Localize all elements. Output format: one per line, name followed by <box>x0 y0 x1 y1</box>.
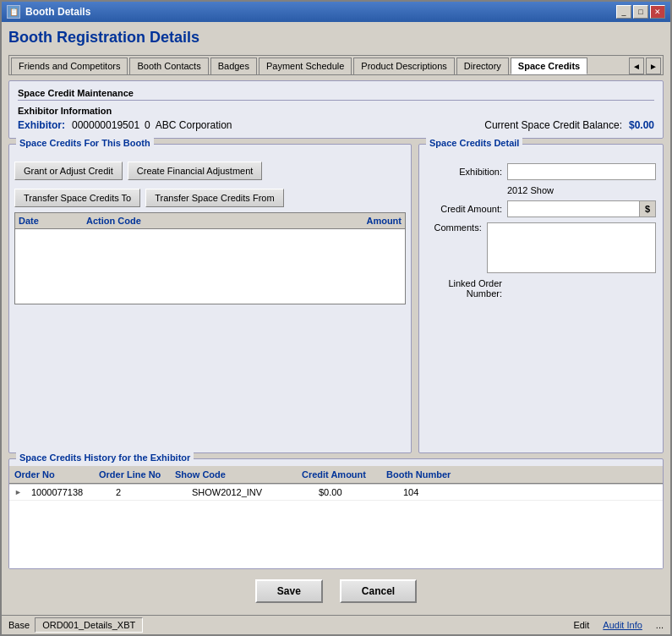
save-button[interactable]: Save <box>255 579 323 603</box>
maximize-button[interactable]: □ <box>633 5 648 19</box>
status-edit-label: Edit <box>573 620 589 630</box>
tab-prev-button[interactable]: ◄ <box>629 58 644 74</box>
space-credit-maintenance-section: Space Credit Maintenance Exhibitor Infor… <box>8 80 664 139</box>
audit-info-suffix: ... <box>656 620 664 630</box>
exhibitor-label: Exhibitor: <box>18 119 65 131</box>
main-panels: Space Credits For This Booth Grant or Ad… <box>8 144 664 453</box>
space-credits-detail-panel: Space Credits Detail Exhibition: 2012 Sh… <box>418 144 664 453</box>
space-credits-booth-panel: Space Credits For This Booth Grant or Ad… <box>8 144 412 453</box>
title-bar: 📋 Booth Details _ □ ✕ <box>2 2 670 22</box>
exhibitor-information-title: Exhibitor Information <box>18 106 654 116</box>
dollar-icon[interactable]: $ <box>639 200 656 217</box>
title-bar-left: 📋 Booth Details <box>7 5 90 19</box>
audit-info-link[interactable]: Audit Info <box>603 620 642 630</box>
history-section: Space Credits History for the Exhibitor … <box>8 458 664 569</box>
balance-label: Current Space Credit Balance: <box>484 119 622 131</box>
cancel-button[interactable]: Cancel <box>340 579 417 603</box>
bottom-bar: Save Cancel <box>8 574 664 608</box>
comments-input[interactable] <box>487 222 656 273</box>
history-section-label: Space Credits History for the Exhibitor <box>16 452 194 463</box>
tab-next-button[interactable]: ► <box>646 58 661 74</box>
window-icon: 📋 <box>7 5 20 19</box>
history-col-credit-amount: Credit Amount <box>302 469 386 480</box>
credit-amount-label: Credit Amount: <box>426 204 502 214</box>
col-date: Date <box>19 216 86 226</box>
credit-balance: Current Space Credit Balance: $0.00 <box>484 119 654 131</box>
space-credit-maintenance-title: Space Credit Maintenance <box>18 88 654 101</box>
content-area: Booth Registration Details Friends and C… <box>2 22 670 615</box>
comments-row: Comments: <box>426 222 656 273</box>
history-show-code: SHOW2012_INV <box>192 487 319 497</box>
exhibition-row: Exhibition: <box>426 163 656 180</box>
linked-order-row: Linked Order Number: <box>426 278 656 299</box>
exhibitor-number: 0 <box>145 119 150 131</box>
balance-value: $0.00 <box>629 119 654 131</box>
tab-friends-competitors[interactable]: Friends and Competitors <box>11 58 128 74</box>
tab-space-credits[interactable]: Space Credits <box>511 58 587 74</box>
linked-order-label: Linked Order Number: <box>426 278 502 299</box>
tab-booth-contacts[interactable]: Booth Contacts <box>129 58 208 74</box>
minimize-button[interactable]: _ <box>616 5 631 19</box>
window-title: Booth Details <box>25 6 90 18</box>
tabs-container: Friends and Competitors Booth Contacts B… <box>8 55 664 75</box>
space-credits-booth-label: Space Credits For This Booth <box>16 138 154 148</box>
credits-table-header: Date Action Code Amount <box>14 212 406 228</box>
exhibitor-name: ABC Corporation <box>156 119 232 131</box>
status-right: Edit Audit Info ... <box>573 620 664 630</box>
tab-payment-schedule[interactable]: Payment Schedule <box>259 58 352 74</box>
title-bar-controls: _ □ ✕ <box>616 5 665 19</box>
page-title: Booth Registration Details <box>8 29 664 47</box>
main-window: 📋 Booth Details _ □ ✕ Booth Registration… <box>0 0 672 636</box>
exhibitor-row: Exhibitor: 000000019501 0 ABC Corporatio… <box>18 119 654 131</box>
history-table-body: ► 1000077138 2 SHOW2012_INV $0.00 104 <box>9 484 663 568</box>
exhibition-input[interactable] <box>507 163 656 180</box>
tabs-list: Friends and Competitors Booth Contacts B… <box>11 58 627 74</box>
close-button[interactable]: ✕ <box>650 5 665 19</box>
grant-adjust-button[interactable]: Grant or Adjust Credit <box>14 162 123 180</box>
status-base-label: Base <box>8 620 30 630</box>
show-name-text: 2012 Show <box>507 185 656 195</box>
row-arrow-icon: ► <box>14 488 31 496</box>
tab-directory[interactable]: Directory <box>456 58 509 74</box>
history-order-no: 1000077138 <box>31 487 116 497</box>
tab-badges[interactable]: Badges <box>210 58 257 74</box>
history-table-header: Order No Order Line No Show Code Credit … <box>9 466 663 484</box>
space-credits-detail-label: Space Credits Detail <box>426 138 522 148</box>
transfer-buttons-row: Transfer Space Credits To Transfer Space… <box>14 189 406 207</box>
credits-table-body <box>14 228 406 304</box>
exhibitor-values: 000000019501 0 ABC Corporation <box>72 119 232 131</box>
create-financial-button[interactable]: Create Financial Adjustment <box>128 162 263 180</box>
comments-label: Comments: <box>426 222 482 233</box>
history-col-order-no: Order No <box>14 469 99 480</box>
status-bar: Base ORD001_Details_XBT Edit Audit Info … <box>2 615 670 634</box>
exhibition-label: Exhibition: <box>426 167 502 177</box>
col-action-code: Action Code <box>86 216 334 226</box>
status-source: ORD001_Details_XBT <box>35 617 143 633</box>
credit-amount-input-wrap: $ <box>507 200 656 217</box>
exhibitor-id: 000000019501 <box>72 119 139 131</box>
history-credit-amount: $0.00 <box>319 487 403 497</box>
history-order-line: 2 <box>116 487 192 497</box>
transfer-from-button[interactable]: Transfer Space Credits From <box>145 189 283 207</box>
tab-product-descriptions[interactable]: Product Descriptions <box>353 58 455 74</box>
transfer-to-button[interactable]: Transfer Space Credits To <box>14 189 140 207</box>
history-col-order-line: Order Line No <box>99 469 175 480</box>
action-buttons-row: Grant or Adjust Credit Create Financial … <box>14 162 406 180</box>
history-col-booth-number: Booth Number <box>386 469 454 480</box>
history-col-show-code: Show Code <box>175 469 302 480</box>
col-amount: Amount <box>334 216 402 226</box>
history-booth-number: 104 <box>403 487 454 497</box>
table-row[interactable]: ► 1000077138 2 SHOW2012_INV $0.00 104 <box>9 485 663 501</box>
credit-amount-input[interactable] <box>507 200 639 217</box>
credit-amount-row: Credit Amount: $ <box>426 200 656 217</box>
